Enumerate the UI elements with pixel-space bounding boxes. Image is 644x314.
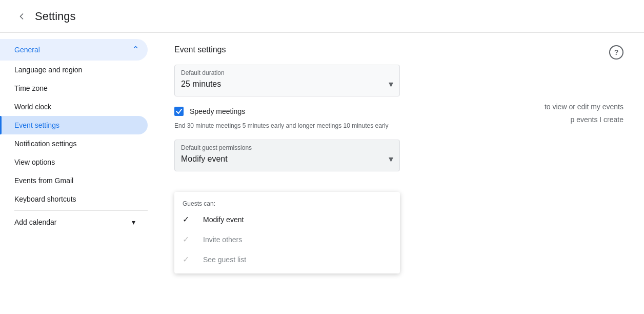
speedy-meetings-checkbox[interactable]	[174, 107, 184, 116]
right-text-view-edit: to view or edit my events	[470, 101, 623, 113]
option-see-list-label: See guest list	[203, 256, 246, 264]
dropdown-option-see-list[interactable]: ✓ See guest list	[174, 249, 400, 269]
chevron-down-icon: ▾	[132, 218, 135, 226]
dropdown-option-invite[interactable]: ✓ Invite others	[174, 229, 400, 249]
sidebar: General ⌃ Language and region Time zone …	[0, 33, 154, 314]
chevron-up-icon: ⌃	[132, 44, 139, 55]
help-icon[interactable]: ?	[609, 45, 623, 60]
sidebar-item-view-options[interactable]: View options	[0, 153, 148, 171]
option-invite-label: Invite others	[203, 235, 242, 244]
check-modify-icon: ✓	[183, 214, 195, 224]
option-modify-label: Modify event	[203, 215, 244, 224]
add-calendar-label: Add calendar	[14, 218, 57, 226]
guest-permissions-value: Modify event	[181, 154, 228, 164]
sidebar-divider	[14, 210, 148, 211]
header: Settings	[0, 0, 644, 33]
check-invite-icon: ✓	[183, 234, 195, 244]
guest-permissions-arrow-icon: ▾	[389, 153, 393, 165]
duration-value-row: 25 minutes ▾	[181, 78, 393, 90]
guest-permissions-label: Default guest permissions	[181, 144, 393, 151]
general-label: General	[14, 46, 40, 54]
layout: General ⌃ Language and region Time zone …	[0, 33, 644, 314]
sidebar-item-shortcuts[interactable]: Keyboard shortcuts	[0, 190, 148, 208]
dropdown-popup: Guests can: ✓ Modify event ✓ Invite othe…	[174, 192, 400, 273]
sidebar-item-general[interactable]: General ⌃	[0, 39, 148, 61]
duration-arrow-icon: ▾	[389, 78, 393, 90]
sidebar-item-worldclock[interactable]: World clock	[0, 97, 148, 116]
sidebar-item-gmail-events[interactable]: Events from Gmail	[0, 171, 148, 190]
sidebar-item-notification[interactable]: Notification settings	[0, 134, 148, 153]
speedy-meetings-label: Speedy meetings	[190, 107, 245, 115]
guests-can-label: Guests can:	[174, 196, 400, 209]
dropdown-option-modify[interactable]: ✓ Modify event	[174, 209, 400, 229]
check-see-list-icon: ✓	[183, 254, 195, 264]
guest-permissions-value-row: Modify event ▾	[181, 153, 393, 165]
main-content: Event settings Default duration 25 minut…	[154, 33, 644, 314]
right-content: ? to view or edit my events p events I c…	[470, 45, 623, 126]
duration-value: 25 minutes	[181, 80, 221, 89]
back-button[interactable]	[12, 7, 31, 26]
page-title: Settings	[35, 10, 76, 23]
default-duration-dropdown[interactable]: Default duration 25 minutes ▾	[174, 65, 400, 96]
add-calendar-item[interactable]: Add calendar ▾	[0, 213, 148, 231]
sidebar-item-timezone[interactable]: Time zone	[0, 79, 148, 97]
sidebar-item-event-settings[interactable]: Event settings	[0, 116, 148, 134]
right-text-events-create: p events I create	[470, 113, 623, 126]
guest-permissions-dropdown[interactable]: Default guest permissions Modify event ▾	[174, 140, 400, 171]
duration-label: Default duration	[181, 69, 393, 76]
sidebar-item-language[interactable]: Language and region	[0, 61, 148, 79]
